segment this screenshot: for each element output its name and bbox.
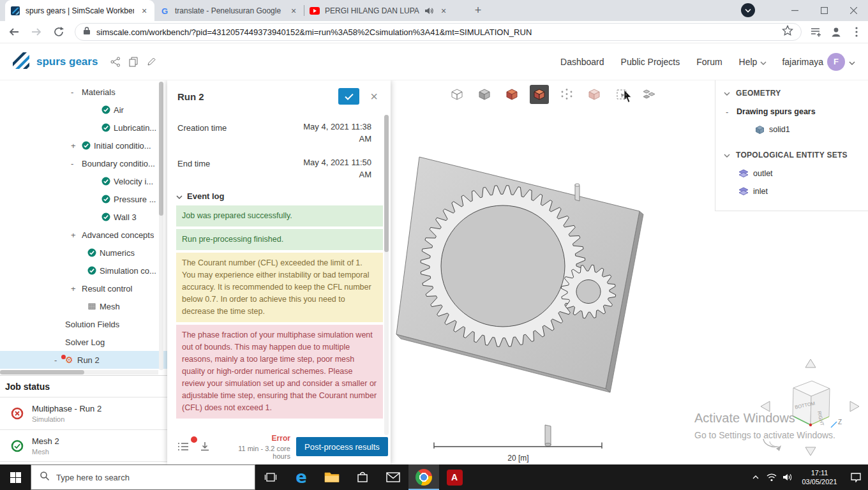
- network-wifi-icon[interactable]: [763, 464, 779, 490]
- transparent-view-icon[interactable]: [585, 85, 604, 104]
- tree-vertical-scrollbar[interactable]: [159, 82, 163, 370]
- section-header-topological-entity-sets[interactable]: TOPOLOGICAL ENTITY SETS: [715, 145, 868, 165]
- tree-item-pressure[interactable]: Pressure ...: [0, 190, 167, 208]
- vertex-view-icon[interactable]: [557, 85, 576, 104]
- tree-item-velocity-i[interactable]: Velocity i...: [0, 172, 167, 190]
- apply-check-button[interactable]: [338, 88, 359, 105]
- tree-item-wall-3[interactable]: Wall 3: [0, 208, 167, 226]
- rotate-left-arrow[interactable]: [761, 401, 770, 412]
- tree-item-boundary-conditio[interactable]: -Boundary conditio...: [0, 154, 167, 172]
- surface-mesh-view-icon[interactable]: [502, 85, 521, 104]
- copy-icon[interactable]: [129, 57, 138, 67]
- url-text[interactable]: simscale.com/workbench/?pid=431205744937…: [96, 27, 776, 37]
- share-icon[interactable]: [110, 57, 121, 67]
- fit-view-icon[interactable]: [447, 85, 467, 104]
- collapse-minus-icon[interactable]: -: [71, 87, 82, 97]
- browser-tab-translate-penelusu[interactable]: Gtranslate - Penelusuran Google×: [154, 0, 304, 21]
- panel-item-outlet[interactable]: outlet: [715, 165, 868, 182]
- tree-item-solution-fields[interactable]: Solution Fields: [0, 315, 167, 333]
- tab-audio-icon[interactable]: [424, 7, 433, 15]
- tree-item-simulation-co[interactable]: Simulation co...: [0, 262, 167, 279]
- address-bar[interactable]: simscale.com/workbench/?pid=431205744937…: [75, 23, 802, 41]
- big-gear[interactable]: [421, 186, 585, 347]
- job-row-multiphase-run-2[interactable]: Multiphase - Run 2Simulation: [0, 397, 168, 429]
- bottom-pin[interactable]: [545, 425, 551, 446]
- volume-icon[interactable]: [779, 464, 795, 490]
- part-assembly-icon[interactable]: [640, 85, 659, 104]
- profile-icon[interactable]: [827, 23, 845, 41]
- tree-item-materials[interactable]: -Materials: [0, 83, 167, 101]
- section-header-geometry[interactable]: GEOMETRY: [715, 84, 868, 103]
- secure-lock-icon[interactable]: [83, 26, 91, 38]
- download-log-icon[interactable]: [199, 441, 211, 452]
- tab-close-icon[interactable]: ×: [288, 6, 299, 16]
- search-input[interactable]: [56, 473, 246, 482]
- tree-item-initial-conditio[interactable]: +Initial conditio...: [0, 137, 167, 154]
- minimize-button[interactable]: [780, 0, 809, 21]
- browser-tab-spurs-gears-simsca[interactable]: spurs gears | SimScale Workbench×: [5, 0, 154, 21]
- rotate-right-arrow[interactable]: [850, 401, 859, 412]
- job-row-mesh-2[interactable]: Mesh 2Mesh: [0, 429, 168, 462]
- rotate-down-arrow[interactable]: [805, 447, 816, 456]
- solid-view-icon[interactable]: [475, 85, 494, 104]
- taskbar-search[interactable]: [31, 464, 255, 490]
- task-view-icon[interactable]: [255, 464, 286, 490]
- tab-close-icon[interactable]: ×: [139, 6, 149, 16]
- tree-item-mesh[interactable]: Mesh: [0, 297, 167, 315]
- run-panel-scrollbar[interactable]: [384, 115, 389, 435]
- tree-item-lubricatin[interactable]: Lubricatin...: [0, 119, 167, 137]
- avatar[interactable]: F: [827, 53, 845, 71]
- tree-item-result-control[interactable]: +Result control: [0, 279, 167, 297]
- tree-item-solver-log[interactable]: Solver Log: [0, 333, 167, 351]
- nav-forum[interactable]: Forum: [696, 57, 722, 67]
- box-select-icon[interactable]: [612, 85, 631, 104]
- panel-close-icon[interactable]: ×: [366, 89, 382, 104]
- tree-item-advanced-concepts[interactable]: +Advanced concepts: [0, 226, 167, 244]
- close-button[interactable]: [839, 0, 868, 21]
- action-center-icon[interactable]: [844, 464, 868, 490]
- account-chevron-down-icon[interactable]: [849, 56, 855, 68]
- reload-button[interactable]: [50, 24, 67, 40]
- chrome-taskbar-icon[interactable]: [408, 464, 439, 490]
- tab-close-icon[interactable]: ×: [438, 6, 449, 16]
- maximize-button[interactable]: [809, 0, 839, 21]
- mail-taskbar-icon[interactable]: [378, 464, 408, 490]
- panel-item-inlet[interactable]: inlet: [715, 182, 868, 200]
- rotate-up-arrow[interactable]: [805, 359, 816, 368]
- tree-item-run-2[interactable]: -⚙Run 2: [0, 351, 167, 369]
- panel-item-solid1[interactable]: solid1: [715, 121, 868, 138]
- browser-tab-pergi-hilang-dan-lup[interactable]: PERGI HILANG DAN LUPAKA...×: [304, 0, 454, 21]
- log-list-icon[interactable]: [177, 441, 189, 452]
- username[interactable]: fajarimaya: [782, 57, 823, 67]
- post-process-results-button[interactable]: Post-process results: [296, 437, 388, 456]
- expand-plus-icon[interactable]: +: [71, 141, 82, 151]
- bookmark-star-icon[interactable]: [782, 25, 793, 39]
- media-controls-icon[interactable]: [741, 3, 755, 17]
- taskbar-clock[interactable]: 17:11 03/05/2021: [795, 468, 844, 486]
- back-button[interactable]: [6, 24, 22, 40]
- nav-help[interactable]: Help: [739, 57, 767, 67]
- expand-plus-icon[interactable]: +: [71, 230, 82, 240]
- edge-taskbar-icon[interactable]: e: [286, 464, 317, 490]
- collapse-minus-icon[interactable]: -: [71, 159, 82, 168]
- view-cube[interactable]: BOTTOM RIGHT Z: [761, 359, 859, 456]
- browser-menu-icon[interactable]: [848, 23, 865, 41]
- start-button[interactable]: [0, 464, 31, 490]
- new-tab-button[interactable]: +: [470, 2, 486, 19]
- tree-item-numerics[interactable]: Numerics: [0, 244, 167, 262]
- volume-mesh-view-icon[interactable]: [530, 85, 549, 104]
- top-pin[interactable]: [575, 184, 580, 201]
- store-taskbar-icon[interactable]: [347, 464, 378, 490]
- expand-plus-icon[interactable]: +: [71, 284, 82, 293]
- acrobat-taskbar-icon[interactable]: A: [439, 464, 470, 490]
- tray-expand-icon[interactable]: [747, 464, 763, 490]
- tree-horizontal-scrollbar[interactable]: [0, 370, 158, 375]
- nav-dashboard[interactable]: Dashboard: [560, 57, 604, 67]
- forward-button[interactable]: [28, 24, 45, 40]
- event-log-header[interactable]: Event log: [167, 188, 391, 205]
- nav-public-projects[interactable]: Public Projects: [621, 57, 680, 67]
- file-explorer-taskbar-icon[interactable]: [317, 464, 347, 490]
- edit-pencil-icon[interactable]: [147, 57, 156, 66]
- panel-item-drawing-spurs-gears[interactable]: -Drawing spurs gears: [715, 103, 868, 121]
- collapse-minus-icon[interactable]: -: [726, 107, 737, 117]
